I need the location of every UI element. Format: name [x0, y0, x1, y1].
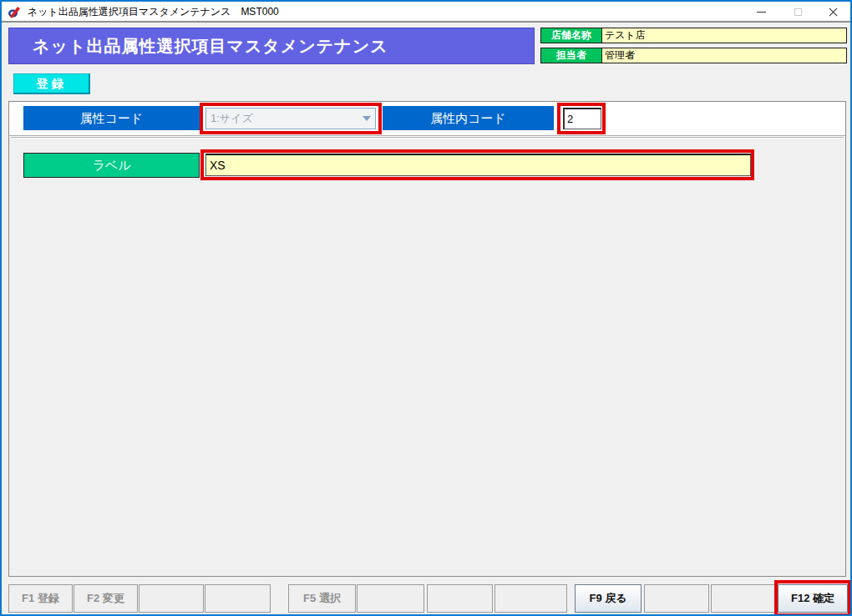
attribute-code-label: 属性コード	[23, 106, 200, 130]
minimize-icon	[757, 12, 766, 13]
highlight-box-attribute-inner-code	[557, 103, 606, 134]
f8-blank-button	[494, 584, 567, 613]
attribute-code-selected-value: 1:サイズ	[206, 111, 358, 126]
maximize-icon	[794, 8, 802, 16]
mode-tab-register[interactable]: 登録	[13, 73, 90, 94]
close-button[interactable]	[817, 2, 849, 22]
attribute-inner-code-label: 属性内コード	[383, 106, 554, 130]
divider	[11, 137, 844, 139]
f5-select-button[interactable]: F5 選択	[288, 584, 356, 613]
close-icon	[829, 8, 838, 17]
window-title: ネット出品属性選択項目マスタメンテナンス MST000	[28, 2, 279, 23]
f9-back-button[interactable]: F9 戻る	[575, 584, 642, 613]
f11-blank-button	[711, 584, 777, 613]
form-panel: 属性コード 1:サイズ 属性内コード ラベル	[8, 101, 846, 577]
store-name-value: テスト店	[601, 28, 847, 43]
label-field-label: ラベル	[23, 153, 200, 178]
f3-blank-button	[139, 584, 204, 613]
person-in-charge-label: 担当者	[540, 48, 602, 63]
f12-confirm-button[interactable]: F12 確定	[778, 584, 848, 613]
attribute-code-select[interactable]: 1:サイズ	[205, 108, 376, 129]
attribute-inner-code-input[interactable]	[563, 108, 601, 129]
app-window: ネット出品属性選択項目マスタメンテナンス MST000 ネット出品属性選択項目マ…	[0, 0, 852, 616]
highlight-box-f12: F12 確定	[774, 580, 851, 616]
function-key-bar: F1 登録 F2 変更 F5 選択 F9 戻る F12 確定	[2, 583, 850, 614]
f4-blank-button	[205, 584, 271, 613]
f10-blank-button	[644, 584, 709, 613]
f7-blank-button	[427, 584, 493, 613]
f1-register-button[interactable]: F1 登録	[8, 584, 73, 613]
f2-modify-button[interactable]: F2 変更	[74, 584, 138, 613]
app-icon	[8, 5, 22, 19]
person-in-charge-value: 管理者	[601, 48, 847, 63]
minimize-button[interactable]	[745, 2, 777, 22]
maximize-button	[782, 2, 814, 22]
page-title-banner: ネット出品属性選択項目マスタメンテナンス	[8, 28, 535, 64]
highlight-box-label-field	[200, 149, 754, 180]
title-bar: ネット出品属性選択項目マスタメンテナンス MST000	[2, 2, 850, 23]
store-name-label: 店舗名称	[540, 28, 602, 43]
f6-blank-button	[357, 584, 424, 613]
chevron-down-icon	[358, 109, 375, 129]
highlight-box-attribute-code: 1:サイズ	[200, 103, 382, 134]
label-input[interactable]	[205, 154, 751, 176]
